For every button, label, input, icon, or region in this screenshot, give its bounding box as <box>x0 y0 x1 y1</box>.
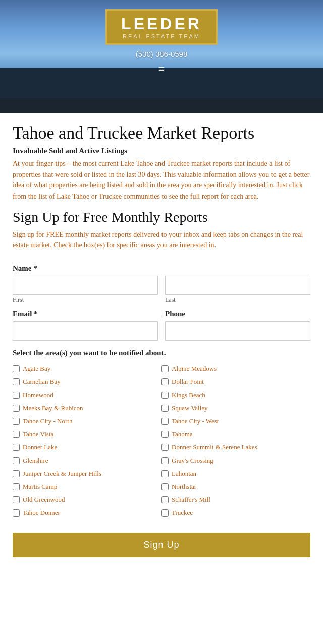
list-item: Meeks Bay & Rubicon <box>13 402 162 415</box>
area-checkbox[interactable] <box>13 496 20 503</box>
area-checkbox[interactable] <box>162 378 169 385</box>
signup-button-wrapper: Sign Up <box>0 525 323 567</box>
last-name-group: Last <box>165 276 310 304</box>
area-checkbox-label[interactable]: Gray's Crossing <box>172 457 213 465</box>
list-item: Donner Lake <box>13 441 162 454</box>
list-item: Tahoe City - West <box>162 415 310 428</box>
first-label: First <box>13 296 158 304</box>
list-item: Glenshire <box>13 454 162 467</box>
area-checkbox[interactable] <box>13 483 20 490</box>
area-checkbox-label[interactable]: Dollar Point <box>172 378 204 386</box>
area-checkbox-label[interactable]: Old Greenwood <box>23 496 65 504</box>
email-label: Email * <box>13 310 158 318</box>
list-item: Donner Summit & Serene Lakes <box>162 441 310 454</box>
area-checkbox[interactable] <box>13 457 20 464</box>
area-checkbox-label[interactable]: Northstar <box>172 483 196 491</box>
area-checkbox-label[interactable]: Agate Bay <box>23 365 50 373</box>
email-input[interactable] <box>13 321 158 341</box>
list-item: Old Greenwood <box>13 493 162 506</box>
area-checkbox[interactable] <box>13 470 20 477</box>
area-checkbox[interactable] <box>13 418 20 425</box>
area-checkbox-label[interactable]: Donner Lake <box>23 443 57 452</box>
list-item: Tahoe City - North <box>13 415 162 428</box>
list-item: Truckee <box>162 506 310 520</box>
area-checkbox[interactable] <box>162 392 169 399</box>
list-item: Gray's Crossing <box>162 454 310 467</box>
area-checkbox-label[interactable]: Alpine Meadows <box>172 365 217 373</box>
email-phone-row: Email * Phone <box>13 310 310 341</box>
area-checkbox[interactable] <box>162 431 169 438</box>
areas-checkboxes: Agate BayAlpine MeadowsCarnelian BayDoll… <box>13 362 310 520</box>
list-item: Dollar Point <box>162 375 310 389</box>
area-checkbox[interactable] <box>162 365 169 372</box>
area-checkbox[interactable] <box>162 418 169 425</box>
area-checkbox-label[interactable]: Squaw Valley <box>172 404 208 412</box>
logo-subtitle: REAL ESTATE TEAM <box>121 33 202 39</box>
list-item: Homewood <box>13 389 162 402</box>
area-checkbox[interactable] <box>13 444 20 451</box>
area-checkbox-label[interactable]: Tahoe City - West <box>172 417 219 425</box>
list-item: Kings Beach <box>162 389 310 402</box>
phone-number[interactable]: (530) 386-0598 <box>136 50 188 58</box>
list-item: Tahoe Vista <box>13 428 162 441</box>
area-checkbox[interactable] <box>162 496 169 503</box>
list-item: Martis Camp <box>13 480 162 493</box>
area-checkbox[interactable] <box>13 378 20 385</box>
list-item: Tahoe Donner <box>13 506 162 520</box>
area-checkbox-label[interactable]: Homewood <box>23 391 53 399</box>
phone-group: Phone <box>165 310 310 341</box>
area-checkbox-label[interactable]: Lahontan <box>172 470 196 478</box>
logo-title: LEEDER <box>121 16 202 32</box>
list-item: Squaw Valley <box>162 402 310 415</box>
last-name-input[interactable] <box>165 276 310 295</box>
last-label: Last <box>165 296 310 304</box>
area-checkbox[interactable] <box>162 405 169 412</box>
area-checkbox[interactable] <box>13 392 20 399</box>
area-checkbox[interactable] <box>162 483 169 490</box>
list-item: Lahontan <box>162 467 310 480</box>
list-item: Juniper Creek & Juniper Hills <box>13 467 162 480</box>
area-checkbox-label[interactable]: Donner Summit & Serene Lakes <box>172 443 257 452</box>
signup-description: Sign up for FREE monthly market reports … <box>13 229 310 251</box>
list-item: Agate Bay <box>13 362 162 375</box>
area-checkbox-label[interactable]: Tahoe City - North <box>23 417 72 425</box>
area-checkbox-label[interactable]: Truckee <box>172 509 193 517</box>
list-item: Schaffer's Mill <box>162 493 310 506</box>
dark-header-bar <box>0 98 323 113</box>
area-checkbox[interactable] <box>162 444 169 451</box>
first-name-input[interactable] <box>13 276 158 295</box>
email-group: Email * <box>13 310 158 341</box>
area-checkbox-label[interactable]: Juniper Creek & Juniper Hills <box>23 470 101 478</box>
header: LEEDER REAL ESTATE TEAM (530) 386-0598 ≡ <box>0 0 323 98</box>
area-checkbox-label[interactable]: Schaffer's Mill <box>172 496 210 504</box>
area-checkbox-label[interactable]: Kings Beach <box>172 391 205 399</box>
area-checkbox[interactable] <box>162 509 169 517</box>
subheading: Invaluable Sold and Active Listings <box>13 147 310 155</box>
area-checkbox[interactable] <box>162 470 169 477</box>
list-item: Tahoma <box>162 428 310 441</box>
list-item: Alpine Meadows <box>162 362 310 375</box>
area-checkbox-label[interactable]: Carnelian Bay <box>23 378 61 386</box>
first-name-group: First <box>13 276 158 304</box>
signup-button[interactable]: Sign Up <box>13 533 310 557</box>
area-checkbox[interactable] <box>162 457 169 464</box>
page-title: Tahoe and Truckee Market Reports <box>13 123 310 143</box>
area-checkbox[interactable] <box>13 405 20 412</box>
area-checkbox[interactable] <box>13 509 20 517</box>
hamburger-menu-icon[interactable]: ≡ <box>158 62 165 76</box>
area-checkbox-label[interactable]: Tahoe Vista <box>23 430 53 438</box>
phone-label: Phone <box>165 310 310 318</box>
list-item: Northstar <box>162 480 310 493</box>
area-checkbox[interactable] <box>13 365 20 372</box>
area-checkbox-label[interactable]: Meeks Bay & Rubicon <box>23 404 83 412</box>
area-checkbox-label[interactable]: Martis Camp <box>23 483 57 491</box>
area-checkbox-label[interactable]: Tahoma <box>172 430 193 438</box>
logo: LEEDER REAL ESTATE TEAM <box>105 9 218 45</box>
area-checkbox-label[interactable]: Glenshire <box>23 457 48 465</box>
signup-title: Sign Up for Free Monthly Reports <box>13 209 310 225</box>
name-row: First Last <box>13 276 310 304</box>
area-checkbox[interactable] <box>13 431 20 438</box>
area-checkbox-label[interactable]: Tahoe Donner <box>23 509 60 517</box>
name-label: Name * <box>13 264 310 273</box>
phone-input[interactable] <box>165 321 310 341</box>
